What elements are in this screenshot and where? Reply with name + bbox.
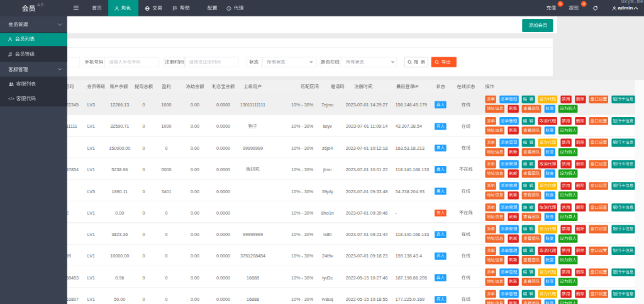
svg-text:1: 1 [228, 7, 230, 10]
